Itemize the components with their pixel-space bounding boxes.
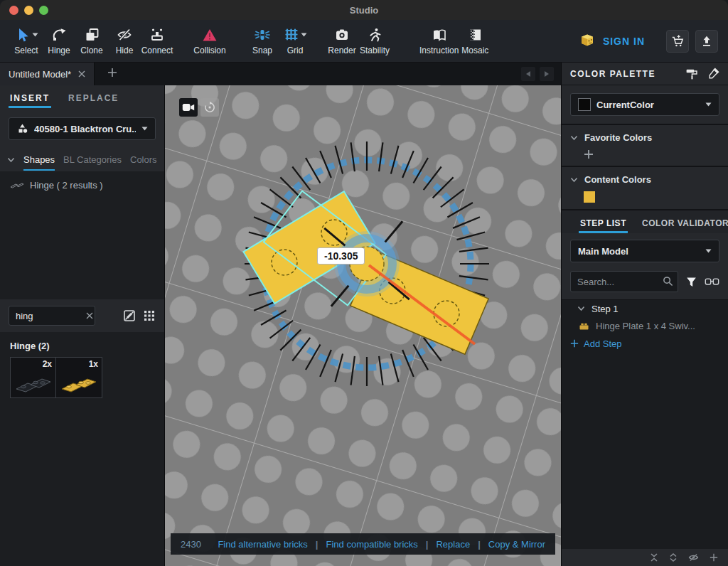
select-tool-button[interactable]: Select — [10, 22, 43, 60]
expand-all-icon[interactable] — [669, 553, 678, 562]
cart-button[interactable] — [666, 30, 689, 53]
filter-funnel-icon[interactable] — [685, 276, 697, 288]
caret-down-icon — [141, 127, 148, 131]
step-1-row[interactable]: Step 1 — [562, 300, 728, 317]
close-tab-icon[interactable] — [78, 70, 85, 78]
filter-tab-shapes[interactable]: Shapes — [23, 154, 55, 166]
tab-scroll-left-button[interactable] — [521, 67, 535, 81]
tab-color-validator[interactable]: COLOR VALIDATOR — [642, 218, 728, 233]
hide-tool-button[interactable]: Hide — [108, 22, 141, 60]
plus-icon — [107, 68, 117, 78]
chevron-down-icon — [570, 177, 578, 183]
part-thumbnail-hinge-dark[interactable]: 2x — [10, 357, 56, 398]
collapse-all-icon[interactable] — [650, 553, 658, 562]
model-selector-dropdown[interactable]: 40580-1 Blacktron Cru... — [9, 117, 156, 140]
connect-icon — [149, 27, 165, 43]
category-item-hinge[interactable]: Hinge ( 2 results ) — [0, 177, 164, 193]
step-list: Step 1 Hinge Plate 1 x 4 Swiv... Add Ste… — [562, 300, 728, 549]
select-cursor-icon — [15, 27, 31, 43]
main-model-dropdown[interactable]: Main Model — [570, 240, 719, 262]
favorite-colors-section: Favorite Colors — [562, 125, 728, 167]
tab-replace[interactable]: REPLACE — [68, 93, 119, 108]
part-thumbnail-hinge-yellow[interactable]: 1x — [56, 357, 102, 398]
baseplate — [165, 85, 561, 566]
cart-icon — [670, 34, 685, 48]
eye-off-icon[interactable] — [688, 553, 699, 562]
sign-in-button[interactable]: SIGN IN — [579, 33, 645, 50]
hinge-plate-yellow-image — [59, 373, 100, 395]
replace-link[interactable]: Replace — [436, 539, 470, 550]
tool-label: Hide — [116, 46, 134, 55]
stability-button[interactable]: Stability — [358, 22, 391, 60]
category-list: Hinge ( 2 results ) — [0, 171, 164, 299]
orbit-mode-button[interactable] — [200, 98, 219, 117]
brick-icon — [579, 321, 589, 331]
add-favorite-color-button[interactable] — [584, 149, 594, 159]
collision-toggle-button[interactable]: Collision — [193, 22, 226, 60]
viewport-canvas[interactable] — [165, 85, 561, 566]
rotation-angle-tooltip: -10.305 — [317, 247, 365, 265]
hinge-tool-button[interactable]: Hinge — [43, 22, 75, 60]
search-icon — [663, 276, 673, 287]
tool-label: Instruction — [419, 46, 459, 55]
eyedropper-icon[interactable] — [707, 68, 719, 80]
copy-mirror-link[interactable]: Copy & Mirror — [488, 539, 545, 550]
part-count-badge: 2x — [43, 359, 52, 369]
clone-tool-button[interactable]: Clone — [75, 22, 108, 60]
viewport[interactable]: -10.305 2430 Find alternative bricks | F… — [165, 85, 561, 566]
hinge-rotate-icon — [51, 27, 67, 43]
filter-tab-colors[interactable]: Colors — [130, 154, 157, 166]
model-selector-row: 40580-1 Blacktron Cru... — [0, 108, 164, 149]
find-alternative-bricks-link[interactable]: Find alternative bricks — [218, 539, 307, 550]
caret-down-icon — [705, 249, 712, 253]
caret-down-icon — [301, 33, 307, 37]
hinge-plate-dark-image — [14, 373, 54, 395]
grid-view-icon[interactable] — [143, 309, 156, 322]
instruction-button[interactable]: Instruction — [419, 22, 459, 60]
grid-tool-button[interactable]: Grid — [279, 22, 311, 60]
tool-label: Snap — [252, 46, 272, 55]
tab-scroll-right-button[interactable] — [540, 67, 554, 81]
tool-label: Clone — [80, 46, 102, 55]
new-tab-button[interactable] — [107, 68, 117, 80]
tool-label: Render — [328, 46, 355, 55]
step-part-row[interactable]: Hinge Plate 1 x 4 Swiv... — [562, 317, 728, 334]
context-actions: Find alternative bricks | Find compatibl… — [218, 539, 545, 550]
grid-icon — [284, 27, 299, 43]
tool-label: Select — [14, 46, 38, 55]
find-compatible-bricks-link[interactable]: Find compatible bricks — [326, 539, 418, 550]
eye-slash-icon — [117, 27, 132, 43]
tab-step-list[interactable]: STEP LIST — [580, 218, 626, 233]
mosaic-button[interactable]: Mosaic — [459, 22, 491, 60]
current-color-dropdown[interactable]: CurrentColor — [570, 93, 719, 116]
filter-tab-bl-categories[interactable]: BL Categories — [63, 154, 122, 166]
content-color-swatch-yellow[interactable] — [584, 191, 595, 203]
clear-search-button[interactable] — [82, 309, 97, 323]
tool-label: Mosaic — [461, 46, 488, 55]
paint-roller-icon[interactable] — [685, 68, 698, 80]
tab-insert[interactable]: INSERT — [10, 93, 50, 108]
content-colors-header[interactable]: Content Colors — [562, 172, 728, 187]
chevron-down-icon — [570, 135, 578, 141]
no-image-filter-icon[interactable] — [123, 309, 136, 322]
tool-label: Connect — [141, 46, 173, 55]
content-colors-section: Content Colors — [562, 167, 728, 210]
chevron-down-icon[interactable] — [7, 157, 15, 163]
triangle-left-icon — [525, 70, 531, 78]
connect-tool-button[interactable]: Connect — [141, 22, 173, 60]
camera-view-button[interactable] — [179, 98, 198, 117]
right-panel: COLOR PALETTE CurrentColor Favorite Colo… — [561, 63, 728, 566]
triangle-right-icon — [544, 70, 550, 78]
add-step-button[interactable]: Add Step — [562, 334, 728, 353]
step-label: Step 1 — [592, 304, 619, 314]
render-camera-icon — [334, 27, 350, 43]
document-tab[interactable]: Untitled Model* — [0, 63, 95, 85]
add-item-icon[interactable] — [710, 553, 718, 562]
goggles-icon[interactable] — [705, 277, 719, 287]
snap-toggle-button[interactable]: Snap — [246, 22, 279, 60]
favorite-colors-header[interactable]: Favorite Colors — [562, 130, 728, 145]
render-button[interactable]: Render — [326, 22, 358, 60]
document-tabbar: Untitled Model* — [0, 63, 561, 85]
upload-button[interactable] — [695, 30, 718, 53]
stability-figure-icon — [367, 27, 382, 43]
